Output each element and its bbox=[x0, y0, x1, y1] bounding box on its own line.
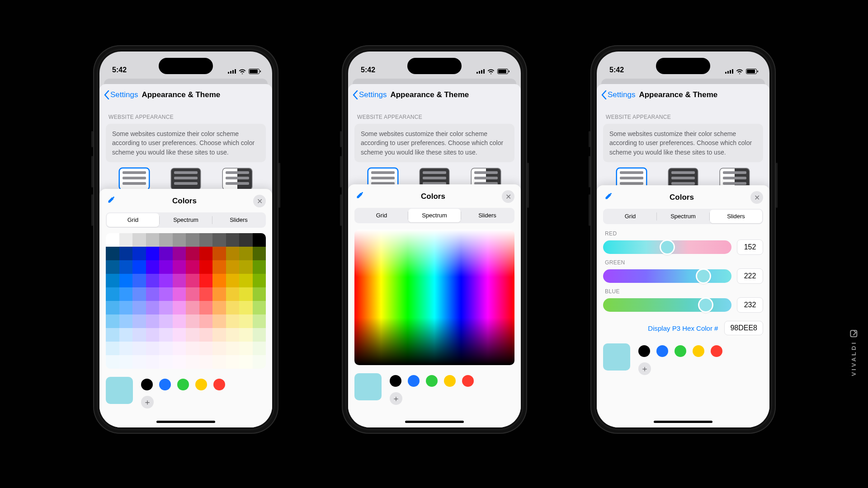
grid-cell[interactable] bbox=[173, 247, 186, 260]
grid-cell[interactable] bbox=[186, 274, 199, 287]
grid-cell[interactable] bbox=[239, 287, 253, 301]
grid-cell[interactable] bbox=[212, 342, 226, 355]
tab-grid[interactable]: Grid bbox=[604, 210, 656, 223]
grid-cell[interactable] bbox=[239, 314, 253, 328]
grid-cell[interactable] bbox=[212, 314, 226, 328]
grid-cell[interactable] bbox=[159, 328, 173, 342]
back-button[interactable]: Settings bbox=[601, 90, 635, 99]
tab-sliders[interactable]: Sliders bbox=[710, 210, 762, 223]
add-color-icon[interactable]: ＋ bbox=[390, 392, 402, 405]
grid-cell[interactable] bbox=[132, 233, 146, 247]
tab-sliders[interactable]: Sliders bbox=[461, 209, 514, 222]
preset-color[interactable] bbox=[141, 379, 153, 390]
grid-cell[interactable] bbox=[132, 274, 146, 287]
grid-cell[interactable] bbox=[119, 287, 133, 301]
grid-cell[interactable] bbox=[119, 355, 133, 369]
preset-color[interactable] bbox=[213, 379, 225, 390]
grid-cell[interactable] bbox=[226, 233, 240, 247]
grid-cell[interactable] bbox=[186, 260, 199, 274]
grid-cell[interactable] bbox=[186, 355, 199, 369]
grid-cell[interactable] bbox=[159, 355, 173, 369]
grid-cell[interactable] bbox=[186, 247, 199, 260]
grid-cell[interactable] bbox=[226, 301, 240, 314]
grid-cell[interactable] bbox=[226, 247, 240, 260]
grid-cell[interactable] bbox=[132, 301, 146, 314]
add-color-icon[interactable]: ＋ bbox=[141, 396, 154, 408]
grid-cell[interactable] bbox=[159, 314, 173, 328]
preset-color[interactable] bbox=[408, 375, 420, 387]
slider-blue[interactable] bbox=[603, 298, 731, 312]
grid-cell[interactable] bbox=[239, 247, 253, 260]
grid-cell[interactable] bbox=[212, 301, 226, 314]
grid-cell[interactable] bbox=[226, 328, 240, 342]
hex-label[interactable]: Display P3 Hex Color # bbox=[648, 324, 718, 332]
grid-cell[interactable] bbox=[199, 355, 213, 369]
grid-cell[interactable] bbox=[146, 233, 160, 247]
grid-cell[interactable] bbox=[159, 233, 173, 247]
preset-color[interactable] bbox=[462, 375, 474, 387]
grid-cell[interactable] bbox=[212, 247, 226, 260]
eyedropper-icon[interactable] bbox=[354, 191, 364, 202]
grid-cell[interactable] bbox=[146, 314, 160, 328]
preset-color[interactable] bbox=[693, 345, 704, 357]
preset-color[interactable] bbox=[656, 345, 668, 357]
tab-spectrum[interactable]: Spectrum bbox=[408, 209, 461, 222]
grid-cell[interactable] bbox=[253, 260, 266, 274]
grid-cell[interactable] bbox=[173, 342, 186, 355]
grid-cell[interactable] bbox=[106, 355, 119, 369]
grid-cell[interactable] bbox=[146, 342, 160, 355]
grid-cell[interactable] bbox=[212, 260, 226, 274]
grid-cell[interactable] bbox=[199, 314, 213, 328]
grid-cell[interactable] bbox=[199, 328, 213, 342]
grid-cell[interactable] bbox=[253, 328, 266, 342]
grid-cell[interactable] bbox=[173, 287, 186, 301]
grid-cell[interactable] bbox=[119, 328, 133, 342]
grid-cell[interactable] bbox=[159, 274, 173, 287]
grid-cell[interactable] bbox=[212, 233, 226, 247]
grid-cell[interactable] bbox=[132, 260, 146, 274]
grid-cell[interactable] bbox=[146, 328, 160, 342]
grid-cell[interactable] bbox=[173, 301, 186, 314]
preset-color[interactable] bbox=[638, 345, 650, 357]
grid-cell[interactable] bbox=[173, 274, 186, 287]
grid-cell[interactable] bbox=[212, 287, 226, 301]
grid-cell[interactable] bbox=[212, 274, 226, 287]
grid-cell[interactable] bbox=[132, 247, 146, 260]
grid-cell[interactable] bbox=[253, 233, 266, 247]
grid-cell[interactable] bbox=[226, 287, 240, 301]
scheme-dark[interactable] bbox=[171, 169, 200, 189]
close-icon[interactable]: ✕ bbox=[253, 195, 266, 207]
slider-value-blue[interactable]: 232 bbox=[737, 297, 763, 313]
grid-cell[interactable] bbox=[119, 301, 133, 314]
grid-cell[interactable] bbox=[253, 342, 266, 355]
grid-cell[interactable] bbox=[199, 247, 213, 260]
grid-cell[interactable] bbox=[199, 301, 213, 314]
scheme-light[interactable] bbox=[120, 169, 149, 189]
grid-cell[interactable] bbox=[173, 328, 186, 342]
preset-color[interactable] bbox=[444, 375, 456, 387]
grid-cell[interactable] bbox=[132, 287, 146, 301]
grid-cell[interactable] bbox=[239, 274, 253, 287]
back-button[interactable]: Settings bbox=[104, 90, 138, 99]
grid-cell[interactable] bbox=[146, 301, 160, 314]
tab-grid[interactable]: Grid bbox=[107, 213, 159, 227]
eyedropper-icon[interactable] bbox=[603, 192, 613, 203]
slider-green[interactable] bbox=[603, 269, 731, 283]
grid-cell[interactable] bbox=[173, 314, 186, 328]
grid-cell[interactable] bbox=[239, 328, 253, 342]
grid-cell[interactable] bbox=[239, 342, 253, 355]
grid-cell[interactable] bbox=[106, 314, 119, 328]
slider-red[interactable] bbox=[603, 240, 731, 254]
close-icon[interactable]: ✕ bbox=[502, 190, 514, 203]
grid-cell[interactable] bbox=[253, 314, 266, 328]
grid-cell[interactable] bbox=[146, 274, 160, 287]
grid-cell[interactable] bbox=[146, 260, 160, 274]
preset-color[interactable] bbox=[159, 379, 171, 390]
grid-cell[interactable] bbox=[186, 328, 199, 342]
grid-cell[interactable] bbox=[106, 328, 119, 342]
grid-cell[interactable] bbox=[159, 342, 173, 355]
preset-color[interactable] bbox=[390, 375, 401, 387]
grid-cell[interactable] bbox=[253, 287, 266, 301]
grid-cell[interactable] bbox=[159, 260, 173, 274]
grid-cell[interactable] bbox=[226, 342, 240, 355]
